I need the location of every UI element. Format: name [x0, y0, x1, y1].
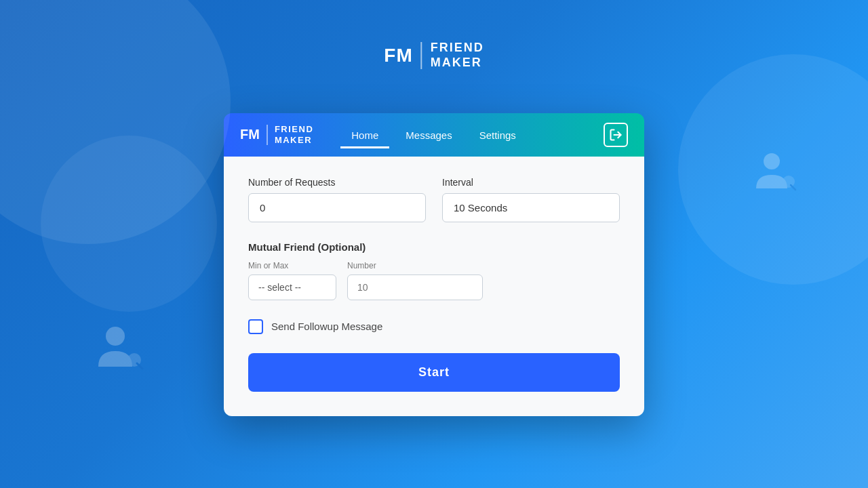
followup-checkbox[interactable] — [248, 319, 263, 334]
nav-link-settings[interactable]: Settings — [469, 124, 527, 148]
nav-links: Home Messages Settings — [340, 123, 604, 147]
number-group: Number — [347, 261, 483, 300]
svg-line-2 — [137, 363, 142, 369]
nav-link-messages[interactable]: Messages — [395, 124, 462, 148]
number-of-requests-label: Number of Requests — [248, 177, 426, 188]
interval-input[interactable] — [442, 193, 620, 222]
nav-logo: FM FRIEND MAKER — [240, 124, 313, 145]
number-input[interactable] — [347, 274, 483, 300]
interval-group: Interval — [442, 177, 620, 222]
card-nav: FM FRIEND MAKER Home Messages Settings — [224, 113, 644, 157]
followup-checkbox-row: Send Followup Message — [248, 319, 620, 334]
top-logo-brand: FRIEND MAKER — [431, 41, 484, 70]
nav-logo-pipe — [267, 125, 268, 145]
svg-point-4 — [783, 176, 795, 188]
card-body: Number of Requests Interval Mutual Frien… — [224, 157, 644, 416]
svg-point-0 — [106, 327, 125, 346]
mutual-friend-row: Min or Max -- select -- Min Max Number — [248, 261, 620, 300]
logout-button[interactable] — [604, 123, 628, 147]
main-card: FM FRIEND MAKER Home Messages Settings N… — [224, 113, 644, 416]
min-or-max-select[interactable]: -- select -- Min Max — [248, 274, 336, 300]
bg-shape-left2 — [41, 136, 217, 312]
number-of-requests-input[interactable] — [248, 193, 426, 222]
top-logo-divider — [421, 42, 422, 69]
svg-point-3 — [764, 153, 780, 169]
mutual-friend-section-label: Mutual Friend (Optional) — [248, 241, 620, 253]
number-of-requests-group: Number of Requests — [248, 177, 426, 222]
number-label: Number — [347, 261, 483, 270]
top-form-row: Number of Requests Interval — [248, 177, 620, 222]
min-or-max-label: Min or Max — [248, 261, 336, 270]
min-or-max-group: Min or Max -- select -- Min Max — [248, 261, 336, 300]
followup-checkbox-label: Send Followup Message — [271, 321, 382, 332]
interval-label: Interval — [442, 177, 620, 188]
nav-logo-fm: FM — [240, 127, 260, 142]
nav-logo-brand: FRIEND MAKER — [275, 124, 313, 145]
person-icon-right — [753, 149, 800, 199]
top-logo: FM FRIEND MAKER — [384, 41, 484, 70]
start-button[interactable]: Start — [248, 353, 620, 392]
top-logo-fm: FM — [384, 45, 412, 66]
person-icon-left — [95, 323, 149, 380]
nav-link-home[interactable]: Home — [340, 124, 389, 148]
